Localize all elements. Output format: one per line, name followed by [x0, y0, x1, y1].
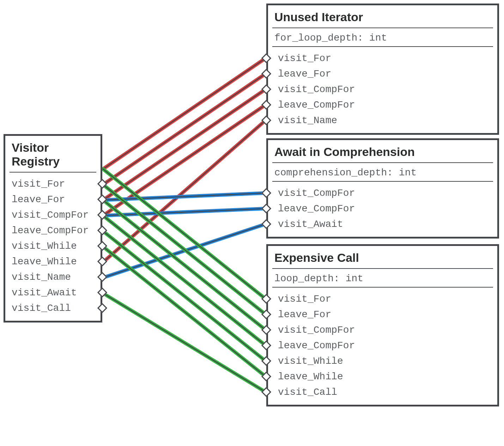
diamond-icon: [261, 294, 271, 304]
diamond-icon: [97, 179, 107, 189]
await-method-visit_CompFor: visit_CompFor: [268, 185, 497, 201]
connection-visit_Await-to-await: [103, 224, 266, 278]
connection-inner: [103, 231, 266, 361]
method-label: leave_While: [12, 256, 77, 267]
connection-inner: [103, 120, 266, 262]
method-label: leave_CompFor: [12, 225, 89, 236]
connection-visit_Name-to-unused: [103, 120, 266, 262]
connection-inner: [103, 247, 266, 376]
connection-leave_CompFor-to-expensive: [103, 216, 266, 345]
method-label: leave_While: [278, 371, 343, 382]
registry-method-leave_CompFor: leave_CompFor: [5, 223, 101, 238]
diamond-icon: [97, 241, 107, 251]
connection-leave_CompFor-to-unused: [103, 105, 266, 216]
registry-method-visit_Call: visit_Call: [5, 300, 101, 316]
diamond-icon: [261, 100, 271, 110]
expensive-method-leave_While: leave_While: [268, 369, 497, 384]
connection-inner: [103, 224, 266, 278]
unused-method-visit_Name: visit_Name: [268, 113, 497, 128]
unused-method-leave_For: leave_For: [268, 66, 497, 82]
method-label: visit_Await: [278, 219, 343, 230]
diamond-icon: [97, 303, 107, 313]
connection-visit_CompFor-to-await: [103, 193, 266, 200]
unused-method-visit_CompFor: visit_CompFor: [268, 82, 497, 97]
method-label: visit_CompFor: [278, 188, 355, 199]
divider: [272, 28, 493, 28]
await-method-visit_Await: visit_Await: [268, 216, 497, 232]
connection-inner: [103, 89, 266, 200]
method-label: visit_CompFor: [278, 325, 355, 336]
divider: [272, 46, 493, 47]
method-label: visit_Name: [12, 272, 71, 283]
method-label: visit_CompFor: [278, 84, 355, 95]
divider: [10, 172, 96, 173]
box-title: Unused Iterator: [268, 9, 497, 28]
diamond-icon: [97, 272, 107, 282]
registry-method-leave_For: leave_For: [5, 192, 101, 207]
divider: [272, 181, 493, 182]
connection-leave_For-to-unused: [103, 74, 266, 185]
method-label: visit_For: [278, 294, 331, 305]
connection-leave_CompFor-to-await: [103, 209, 266, 216]
connection-visit_While-to-expensive: [103, 231, 266, 361]
connection-visit_CompFor-to-expensive: [103, 200, 266, 330]
expensive-method-leave_For: leave_For: [268, 307, 497, 322]
box-title: Await in Comprehension: [268, 144, 497, 162]
registry-method-leave_While: leave_While: [5, 254, 101, 269]
diamond-icon: [261, 387, 271, 397]
diamond-icon: [97, 225, 107, 235]
connection-inner: [103, 105, 266, 216]
diamond-icon: [261, 340, 271, 350]
connection-inner: [103, 185, 266, 314]
diamond-icon: [261, 204, 271, 213]
connection-visit_For-to-expensive: [103, 169, 266, 299]
method-label: visit_Await: [12, 287, 77, 298]
expensive-method-visit_For: visit_For: [268, 291, 497, 307]
unused-method-leave_CompFor: leave_CompFor: [268, 97, 497, 113]
box-attrs: comprehension_depth: int: [268, 165, 497, 181]
diamond-icon: [261, 325, 271, 335]
connection-inner: [103, 293, 266, 392]
method-label: leave_CompFor: [278, 203, 355, 214]
divider: [272, 287, 493, 288]
connection-inner: [103, 169, 266, 299]
connection-inner: [103, 200, 266, 330]
connection-inner: [103, 58, 266, 169]
method-label: leave_For: [278, 309, 331, 320]
diamond-icon: [97, 194, 107, 204]
connection-leave_For-to-expensive: [103, 185, 266, 314]
method-label: visit_Call: [278, 387, 337, 398]
expensive-method-visit_Call: visit_Call: [268, 384, 497, 400]
connection-inner: [103, 193, 266, 200]
diagram-canvas: Visitor Registry visit_Forleave_Forvisit…: [0, 0, 504, 446]
expensive-method-visit_CompFor: visit_CompFor: [268, 322, 497, 338]
unused-box: Unused Iteratorfor_loop_depth: intvisit_…: [266, 4, 499, 135]
method-list: visit_Forleave_Forvisit_CompForleave_Com…: [5, 175, 101, 316]
registry-method-visit_For: visit_For: [5, 176, 101, 192]
method-label: leave_CompFor: [278, 340, 355, 351]
connection-inner: [103, 216, 266, 345]
connection-inner: [103, 209, 266, 216]
method-label: leave_CompFor: [278, 100, 355, 110]
diamond-icon: [261, 309, 271, 319]
method-list: visit_CompForleave_CompForvisit_Await: [268, 184, 497, 232]
method-label: leave_For: [12, 194, 65, 205]
diamond-icon: [97, 210, 107, 220]
method-label: visit_While: [278, 356, 343, 367]
method-list: visit_Forleave_Forvisit_CompForleave_Com…: [268, 49, 497, 128]
box-attrs: for_loop_depth: int: [268, 30, 497, 46]
method-list: visit_Forleave_Forvisit_CompForleave_Com…: [268, 290, 497, 400]
method-label: visit_For: [278, 53, 331, 64]
await-box: Await in Comprehensioncomprehension_dept…: [266, 138, 499, 239]
registry-method-visit_CompFor: visit_CompFor: [5, 207, 101, 223]
await-method-leave_CompFor: leave_CompFor: [268, 201, 497, 216]
registry-method-visit_Await: visit_Await: [5, 285, 101, 300]
box-attrs: loop_depth: int: [268, 271, 497, 287]
visitor-registry-box: Visitor Registry visit_Forleave_Forvisit…: [4, 134, 102, 323]
expensive-method-visit_While: visit_While: [268, 353, 497, 369]
method-label: leave_For: [278, 68, 331, 79]
diamond-icon: [261, 69, 271, 79]
diamond-icon: [261, 188, 271, 198]
diamond-icon: [261, 356, 271, 366]
connection-leave_While-to-expensive: [103, 247, 266, 376]
